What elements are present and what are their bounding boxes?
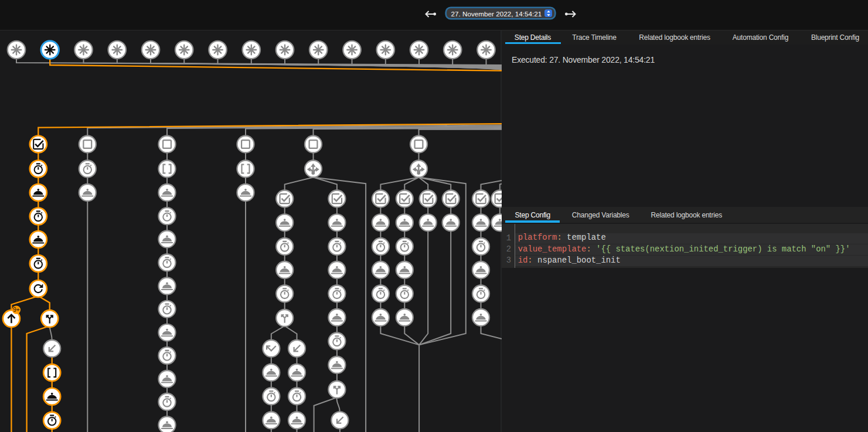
svg-text:9+: 9+: [13, 307, 20, 313]
